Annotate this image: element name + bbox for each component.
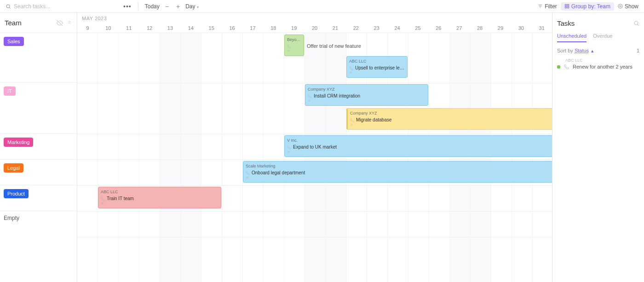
gear-icon xyxy=(618,4,623,9)
sort-by-value: Status xyxy=(575,48,589,53)
grid-column xyxy=(533,33,552,282)
grid-column xyxy=(471,33,491,282)
grid-column xyxy=(512,33,533,282)
svg-point-11 xyxy=(634,21,638,25)
day-header-18[interactable]: 18 xyxy=(263,25,284,31)
task-title: Install CRM integration xyxy=(308,93,426,99)
svg-rect-5 xyxy=(565,4,566,6)
search-icon[interactable] xyxy=(633,20,639,26)
unscheduled-item[interactable]: ABC LLC Renew for another 2 years xyxy=(557,58,639,69)
top-toolbar: ••• Today − + Day ▾ Filter Group by: Tea… xyxy=(0,0,644,13)
day-header-19[interactable]: 19 xyxy=(284,25,305,31)
group-by-button[interactable]: Group by: Team xyxy=(561,2,614,11)
day-header-13[interactable]: 13 xyxy=(160,25,181,31)
day-header-28[interactable]: 28 xyxy=(470,25,490,31)
day-header-20[interactable]: 20 xyxy=(305,25,325,31)
day-header-11[interactable]: 11 xyxy=(119,25,139,31)
day-header-31[interactable]: 31 xyxy=(531,25,552,31)
team-sidebar: Team Sales IT Marketing Legal Product Em… xyxy=(0,13,77,282)
task-card[interactable]: ABC LLCUpsell to enterprise level○ xyxy=(346,56,408,78)
task-company: Company XYZ xyxy=(350,110,550,116)
grid-row-line xyxy=(77,83,552,83)
grid-column xyxy=(264,33,284,282)
day-header-21[interactable]: 21 xyxy=(325,25,346,31)
team-chip-it[interactable]: IT xyxy=(4,86,16,96)
filter-button[interactable]: Filter xyxy=(538,3,557,10)
team-row-empty: Empty xyxy=(0,211,77,237)
show-label: Show xyxy=(625,3,638,10)
team-row-legal: Legal xyxy=(0,160,77,185)
team-row-product: Product xyxy=(0,185,77,211)
grid-column xyxy=(160,33,181,282)
day-header-17[interactable]: 17 xyxy=(242,25,263,31)
grid-row-line xyxy=(77,160,552,160)
task-card[interactable]: Scale MarketingOnboard legal department○ xyxy=(243,161,552,183)
grid-column xyxy=(408,33,429,282)
day-header-14[interactable]: 14 xyxy=(180,25,201,31)
timeline-body: Beyond I...○Offer trial of new featureAB… xyxy=(77,33,552,282)
search-input[interactable] xyxy=(14,3,83,10)
day-header-30[interactable]: 30 xyxy=(511,25,531,31)
task-title: Train IT team xyxy=(101,196,218,202)
team-chip-marketing[interactable]: Marketing xyxy=(4,138,33,147)
collapse-icon[interactable] xyxy=(67,20,72,25)
grid-row-line xyxy=(77,211,552,212)
task-indicator-icon: ○ xyxy=(288,48,290,54)
task-card[interactable]: Beyond I...○ xyxy=(284,35,304,56)
tab-unscheduled[interactable]: Unscheduled xyxy=(557,33,586,42)
sort-by-label: Sort by xyxy=(557,48,573,53)
timeline[interactable]: MAY 2023 9101112131415161718192021222324… xyxy=(77,13,552,282)
zoom-out-button[interactable]: − xyxy=(163,3,171,10)
sort-by[interactable]: Sort by Status ▲ xyxy=(557,48,594,53)
task-indicator-icon: ○ xyxy=(308,98,310,104)
svg-point-9 xyxy=(620,6,621,7)
range-selector[interactable]: Day ▾ xyxy=(185,3,199,10)
team-chip-sales[interactable]: Sales xyxy=(4,37,24,46)
team-header-title: Team xyxy=(5,19,22,27)
day-header-27[interactable]: 27 xyxy=(449,25,470,31)
team-empty-label: Empty xyxy=(4,215,19,221)
day-header-24[interactable]: 24 xyxy=(387,25,408,31)
timeline-header: 9101112131415161718192021222324252627282… xyxy=(77,13,552,33)
day-header-9[interactable]: 9 xyxy=(77,25,98,31)
team-row-sales: Sales xyxy=(0,33,77,83)
team-chip-legal[interactable]: Legal xyxy=(4,163,23,173)
day-header-29[interactable]: 29 xyxy=(490,25,511,31)
day-header-23[interactable]: 23 xyxy=(366,25,387,31)
task-float-label: Offer trial of new feature xyxy=(307,43,361,49)
grid-column xyxy=(201,33,222,282)
day-header-26[interactable]: 26 xyxy=(428,25,449,31)
task-card[interactable]: ABC LLCTrain IT team○ xyxy=(98,187,221,208)
task-card[interactable]: Company XYZMigrate database○ xyxy=(346,108,552,130)
grid-column xyxy=(243,33,264,282)
zoom-in-button[interactable]: + xyxy=(174,3,182,10)
show-button[interactable]: Show xyxy=(618,3,638,10)
task-indicator-icon: ○ xyxy=(351,121,353,128)
day-header-10[interactable]: 10 xyxy=(98,25,119,31)
day-header-12[interactable]: 12 xyxy=(139,25,160,31)
task-indicator-icon: ○ xyxy=(101,200,104,207)
day-header-25[interactable]: 25 xyxy=(408,25,428,31)
tasks-title: Tasks xyxy=(557,19,575,27)
task-company: ABC LLC xyxy=(101,189,218,195)
task-card[interactable]: Company XYZInstall CRM integration○ xyxy=(305,84,428,106)
day-header-15[interactable]: 15 xyxy=(201,25,222,31)
today-button[interactable]: Today xyxy=(145,3,160,10)
sort-asc-icon: ▲ xyxy=(590,49,594,53)
team-chip-product[interactable]: Product xyxy=(4,189,29,198)
search-box[interactable] xyxy=(6,3,83,10)
status-dot xyxy=(557,65,560,69)
unscheduled-company: ABC LLC xyxy=(565,58,639,63)
filter-label: Filter xyxy=(545,3,557,10)
task-card[interactable]: V Inc.Expand to UK market○ xyxy=(284,135,552,157)
task-company: ABC LLC xyxy=(349,58,405,64)
day-header-16[interactable]: 16 xyxy=(222,25,242,31)
svg-point-0 xyxy=(6,5,10,8)
eye-off-icon[interactable] xyxy=(57,20,63,26)
task-title: Onboard legal department xyxy=(246,170,550,176)
group-by-label: Group by: Team xyxy=(571,3,610,10)
task-company: Company XYZ xyxy=(308,86,426,92)
day-header-22[interactable]: 22 xyxy=(345,25,366,31)
more-icon[interactable]: ••• xyxy=(123,3,132,10)
tab-overdue[interactable]: Overdue xyxy=(593,33,612,42)
